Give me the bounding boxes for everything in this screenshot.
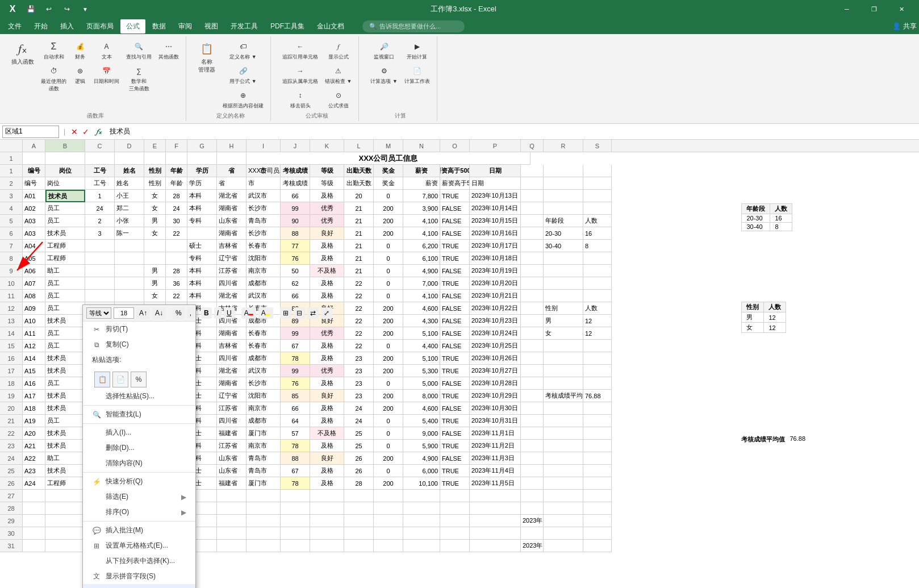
- row-num-11[interactable]: 11: [0, 290, 23, 302]
- cell-M14[interactable]: 200: [374, 327, 403, 340]
- cell-P8[interactable]: 2023年10月18日: [470, 252, 521, 265]
- cell-A25[interactable]: A23: [23, 465, 45, 477]
- cell-H20[interactable]: 江苏省: [217, 402, 247, 415]
- cell-G11[interactable]: 本科: [187, 290, 217, 302]
- cell-J30[interactable]: [281, 527, 310, 540]
- row-num-12[interactable]: 12: [0, 302, 23, 315]
- cell-A9[interactable]: A06: [23, 265, 45, 277]
- cell-P10[interactable]: 2023年10月20日: [470, 277, 521, 290]
- cell-S12[interactable]: 人数: [583, 302, 612, 315]
- cell-S14[interactable]: 12: [583, 327, 612, 340]
- cell-S19[interactable]: 76.88: [583, 390, 612, 402]
- cell-E11[interactable]: 女: [144, 290, 166, 302]
- cell-G10[interactable]: 本科: [187, 277, 217, 290]
- cell-Q13[interactable]: [521, 315, 544, 327]
- cell-L3[interactable]: 20: [344, 190, 374, 202]
- cell-G2[interactable]: 学历: [187, 177, 217, 190]
- cell-K23[interactable]: 及格: [310, 440, 344, 452]
- insert-function-button[interactable]: 𝑓ₓ 插入函数: [9, 39, 36, 67]
- cell-M16[interactable]: 200: [374, 352, 403, 365]
- cell-K14[interactable]: 优秀: [310, 327, 344, 340]
- cell-Q15[interactable]: [521, 340, 544, 352]
- cell-C7[interactable]: [85, 240, 115, 252]
- cell-M3[interactable]: 0: [374, 190, 403, 202]
- cell-L23[interactable]: 25: [344, 440, 374, 452]
- cell-H10[interactable]: 四川省: [217, 277, 247, 290]
- cell-M20[interactable]: 200: [374, 402, 403, 415]
- cell-A16[interactable]: A14: [23, 352, 45, 365]
- cell-B19[interactable]: 技术员: [45, 390, 85, 402]
- cell-I8[interactable]: 沈阳市: [247, 252, 281, 265]
- cell-D1[interactable]: [115, 165, 144, 177]
- cell-M15[interactable]: 0: [374, 340, 403, 352]
- cell-N24[interactable]: 4,900: [403, 452, 440, 465]
- cell-J9[interactable]: 50: [281, 265, 310, 277]
- cell-M6[interactable]: 200: [374, 227, 403, 240]
- cell-A19[interactable]: A17: [23, 390, 45, 402]
- menu-wps[interactable]: 金山文档: [311, 19, 350, 34]
- row-num-6[interactable]: 6: [0, 227, 23, 240]
- cell-I16[interactable]: 成都市: [247, 352, 281, 365]
- row-num-21[interactable]: 21: [0, 415, 23, 427]
- cell-S11[interactable]: [583, 290, 612, 302]
- col-header-E[interactable]: E: [144, 140, 166, 152]
- cell-P25[interactable]: 2023年11月4日: [470, 465, 521, 477]
- error-check-button[interactable]: ⚠ 错误检查 ▼: [323, 63, 354, 86]
- cancel-button[interactable]: ✕: [70, 126, 79, 137]
- cell-J27[interactable]: [281, 490, 310, 502]
- cell-Q29[interactable]: 2023年10月19日: [521, 515, 544, 527]
- cell-R11[interactable]: [544, 290, 583, 302]
- cell-L29[interactable]: [344, 515, 374, 527]
- cell-R22[interactable]: [544, 427, 583, 440]
- cell-A5[interactable]: A03: [23, 215, 45, 227]
- cell-I15[interactable]: 长春市: [247, 340, 281, 352]
- cell-J21[interactable]: 64: [281, 415, 310, 427]
- cell-S3[interactable]: [583, 190, 612, 202]
- cell-N18[interactable]: 5,000: [403, 377, 440, 390]
- cell-R18[interactable]: [544, 377, 583, 390]
- cell-H15[interactable]: 吉林省: [217, 340, 247, 352]
- menu-insert[interactable]: 插入: [55, 19, 80, 34]
- cell-L14[interactable]: 22: [344, 327, 374, 340]
- cell-R9[interactable]: [544, 265, 583, 277]
- cell-I28[interactable]: [247, 502, 281, 515]
- minimize-button[interactable]: ─: [834, 0, 860, 18]
- cell-D8[interactable]: [115, 252, 144, 265]
- cell-B1[interactable]: [45, 165, 85, 177]
- italic-button[interactable]: I: [214, 307, 222, 319]
- cell-O31[interactable]: [440, 540, 470, 552]
- cell-L13[interactable]: 22: [344, 315, 374, 327]
- undo-icon[interactable]: ↩: [41, 1, 57, 17]
- menu-review[interactable]: 审阅: [173, 19, 198, 34]
- cell-L10[interactable]: 22: [344, 277, 374, 290]
- cell-J3[interactable]: 66: [281, 190, 310, 202]
- other-functions-button[interactable]: ⋯ 其他函数: [156, 39, 181, 62]
- lookup-button[interactable]: 🔍 查找与引用: [124, 39, 154, 62]
- cell-J28[interactable]: [281, 502, 310, 515]
- cell-L9[interactable]: 21: [344, 265, 374, 277]
- cell-R17[interactable]: [544, 365, 583, 377]
- cell-H18[interactable]: 湖南省: [217, 377, 247, 390]
- math-button[interactable]: ∑ 数学和 三角函数: [124, 63, 154, 94]
- cell-C1[interactable]: [85, 165, 115, 177]
- paste-icon-3[interactable]: %: [131, 372, 147, 387]
- cell-O8[interactable]: TRUE: [440, 252, 470, 265]
- cell-H17[interactable]: 湖北省: [217, 365, 247, 377]
- cell-P13[interactable]: 2023年10月23日: [470, 315, 521, 327]
- highlight-button[interactable]: A▬: [258, 307, 273, 319]
- paste-icon-1[interactable]: 📋: [94, 372, 110, 387]
- cell-K28[interactable]: [310, 502, 344, 515]
- show-formulas-button[interactable]: 𝑓 显示公式: [323, 39, 354, 62]
- cell-Q27[interactable]: [521, 490, 544, 502]
- cell-M18[interactable]: 0: [374, 377, 403, 390]
- cell-O10[interactable]: TRUE: [440, 277, 470, 290]
- cell-P26[interactable]: 2023年11月5日: [470, 477, 521, 490]
- define-name-button[interactable]: 🏷 定义名称 ▼: [220, 39, 266, 62]
- excel-icon[interactable]: X: [5, 1, 20, 17]
- col-header-L[interactable]: L: [344, 140, 374, 152]
- cell-L26[interactable]: 28: [344, 477, 374, 490]
- cell-E8[interactable]: [144, 252, 166, 265]
- cell-R14[interactable]: 女: [544, 327, 583, 340]
- row-num-5[interactable]: 5: [0, 215, 23, 227]
- cell-Q24[interactable]: [521, 452, 544, 465]
